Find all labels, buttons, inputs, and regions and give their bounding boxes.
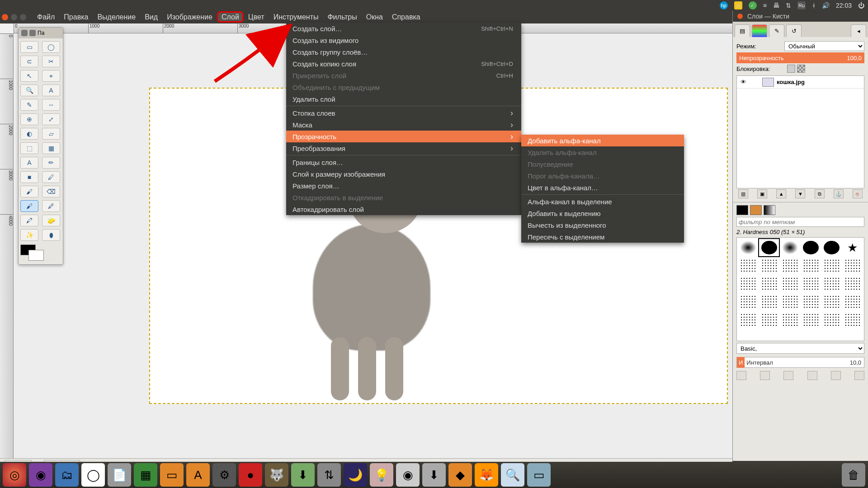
brush-item[interactable] <box>780 257 800 274</box>
brush-item[interactable] <box>801 257 821 274</box>
toolbox-header[interactable]: Па <box>19 28 63 38</box>
menu-item[interactable]: Альфа-канал в выделение <box>521 196 684 207</box>
brush-item[interactable] <box>780 293 800 310</box>
tab-paths[interactable]: ✎ <box>769 24 784 37</box>
brush-item[interactable] <box>843 311 863 328</box>
tool-23[interactable]: 🖉 <box>42 200 60 212</box>
lower-layer-button[interactable]: ▼ <box>795 189 805 198</box>
tool-4[interactable]: ↖ <box>20 70 38 82</box>
brush-folder-button[interactable] <box>854 371 864 380</box>
brush-item[interactable] <box>843 239 863 256</box>
dock-app-dash[interactable]: ◎ <box>3 463 26 487</box>
dup-brush-button[interactable] <box>783 371 793 380</box>
dock-app-installer[interactable]: ⬇ <box>422 463 446 487</box>
refresh-brush-button[interactable] <box>831 371 841 380</box>
menu-item[interactable]: Добавить альфа-канал <box>521 135 684 146</box>
background-color[interactable] <box>28 250 44 261</box>
brush-item[interactable] <box>780 311 800 328</box>
menu-item[interactable]: Добавить к выделению <box>521 207 684 219</box>
tool-20[interactable]: 🖌 <box>20 186 38 197</box>
brush-item[interactable] <box>738 311 758 328</box>
tool-1[interactable]: ◯ <box>42 41 60 53</box>
tool-5[interactable]: ⌖ <box>42 70 60 82</box>
menu-item[interactable]: Границы слоя… <box>286 156 521 168</box>
lock-alpha-icon[interactable] <box>797 65 805 73</box>
menu-item[interactable]: Вычесть из выделенного <box>521 219 684 231</box>
tool-6[interactable]: 🔍 <box>20 84 38 96</box>
brush-item[interactable] <box>822 239 842 256</box>
menu-icon[interactable]: ≡ <box>763 2 767 9</box>
menu-фильтры[interactable]: Фильтры <box>323 11 361 23</box>
swatch-grey[interactable] <box>764 205 775 215</box>
printer-icon[interactable]: 🖶 <box>773 2 779 9</box>
del-brush-button[interactable] <box>807 371 817 380</box>
dock-app-calc[interactable]: ▦ <box>134 463 157 487</box>
opacity-slider[interactable]: Непрозрачность 100,0 <box>736 52 864 63</box>
duplicate-layer-button[interactable]: ⧉ <box>815 189 825 198</box>
keyboard-layout[interactable]: Ru <box>797 1 806 9</box>
dock-app-ideas[interactable]: 💡 <box>370 463 393 487</box>
window-close-button[interactable] <box>2 14 8 20</box>
brush-item[interactable] <box>843 257 863 274</box>
anchor-layer-button[interactable]: ⚓ <box>834 189 844 198</box>
menu-цвет[interactable]: Цвет <box>244 11 269 23</box>
dock-app-monitor[interactable]: ▭ <box>527 463 551 487</box>
menu-item[interactable]: Слой к размеру изображения <box>286 168 521 180</box>
tool-16[interactable]: A <box>20 157 38 169</box>
tab-layers[interactable]: ▤ <box>735 24 750 37</box>
tab-channels[interactable] <box>752 24 767 37</box>
dock-app-chrome[interactable]: ◯ <box>81 463 105 487</box>
dock-app-impress[interactable]: ▭ <box>160 463 184 487</box>
edit-brush-button[interactable] <box>736 371 746 380</box>
sync-ok-icon[interactable]: ✓ <box>749 1 757 9</box>
swatch-black[interactable] <box>736 205 748 215</box>
layer-name[interactable]: кошка.jpg <box>777 79 805 85</box>
layer-row[interactable]: 👁 кошка.jpg <box>737 76 864 89</box>
menu-item[interactable]: Стопка слоев <box>286 107 521 119</box>
color-swatches[interactable] <box>20 244 61 262</box>
dock-app-gimp[interactable]: 🐺 <box>265 463 288 487</box>
layer-list[interactable]: 👁 кошка.jpg <box>736 75 864 188</box>
brush-item[interactable] <box>801 275 821 292</box>
tool-26[interactable]: ✨ <box>20 229 38 241</box>
window-minimize-button[interactable] <box>11 14 17 20</box>
menu-справка[interactable]: Справка <box>387 11 425 23</box>
tool-17[interactable]: ✏ <box>42 157 60 169</box>
brush-item[interactable] <box>822 293 842 310</box>
menu-файл[interactable]: Файл <box>33 11 59 23</box>
new-group-button[interactable]: ▣ <box>757 189 767 198</box>
lock-pixels-icon[interactable] <box>787 65 795 73</box>
dock-app-disc[interactable]: ◉ <box>396 463 420 487</box>
brush-item[interactable] <box>780 239 800 256</box>
menu-инструменты[interactable]: Инструменты <box>269 11 323 23</box>
hp-icon[interactable]: hp <box>720 1 728 9</box>
dock-app-opera[interactable]: ● <box>239 463 262 487</box>
brush-item[interactable] <box>822 275 842 292</box>
volume-icon[interactable]: 🔊 <box>822 2 830 9</box>
menu-item[interactable]: Удалить слой <box>286 93 521 105</box>
brush-item[interactable] <box>738 239 758 256</box>
tool-14[interactable]: ⬚ <box>20 142 38 154</box>
transparency-submenu[interactable]: Добавить альфа-каналУдалить альфа-каналП… <box>521 135 684 243</box>
dock-app-downloads[interactable]: ⬇ <box>291 463 315 487</box>
tool-24[interactable]: 🖍 <box>20 215 38 226</box>
menu-item[interactable]: Создать слой…Shift+Ctrl+N <box>286 23 521 34</box>
brush-item[interactable] <box>822 311 842 328</box>
new-layer-button[interactable]: ▥ <box>738 189 748 198</box>
menu-item[interactable]: Цвет в альфа-канал… <box>521 182 684 193</box>
brush-item[interactable] <box>780 275 800 292</box>
bluetooth-icon[interactable]: ᚼ <box>812 2 816 9</box>
brush-item[interactable] <box>738 293 758 310</box>
brush-preset-select[interactable]: Basic, <box>736 343 864 354</box>
tool-10[interactable]: ⊕ <box>20 113 38 125</box>
tool-21[interactable]: ⌫ <box>42 186 60 197</box>
brush-item[interactable] <box>759 275 779 292</box>
menu-окна[interactable]: Окна <box>362 11 387 23</box>
brush-item[interactable] <box>738 275 758 292</box>
dock-app-activity[interactable]: ◉ <box>29 463 52 487</box>
dock-app-software[interactable]: A <box>186 463 210 487</box>
tool-12[interactable]: ◐ <box>20 128 38 140</box>
tab-undo[interactable]: ↺ <box>786 24 802 37</box>
dock-app-files[interactable]: 🗂 <box>55 463 79 487</box>
brush-item[interactable] <box>759 239 779 256</box>
